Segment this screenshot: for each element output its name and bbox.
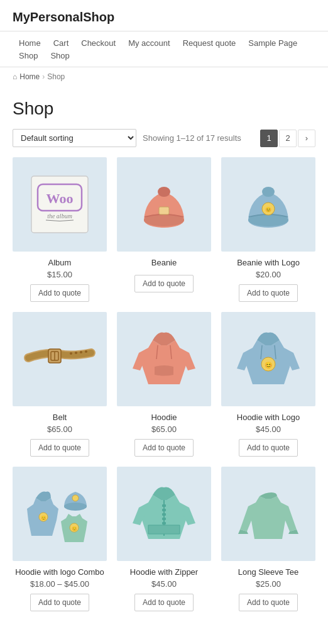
hoodie-illustration [126,321,202,397]
svg-text:the album: the album [47,213,72,219]
hoodie-zipper-illustration [126,476,202,552]
svg-point-30 [72,495,79,501]
svg-text:😊: 😊 [72,526,77,531]
product-name-long-sleeve-tee: Long Sleeve Tee [238,567,299,577]
page-1-btn[interactable]: 1 [260,130,278,147]
svg-text:😊: 😊 [265,361,273,369]
hoodie-logo-illustration: 😊 [231,321,306,397]
add-to-quote-long-sleeve-tee[interactable]: Add to quote [239,594,298,611]
add-to-quote-beanie-logo[interactable]: Add to quote [239,284,298,302]
product-card-belt: Belt $65.00 Add to quote [13,312,107,457]
product-grid: Woo the album Album $15.00 Add to quote [13,157,315,611]
product-image-beanie-logo[interactable]: 😊 [221,157,315,252]
shop-toolbar: Default sorting Sort by popularity Sort … [13,129,315,147]
svg-text:Woo: Woo [46,191,74,206]
nav-shop-1[interactable]: Shop [13,48,44,63]
page-title: Shop [13,99,315,119]
svg-text:😊: 😊 [265,206,271,213]
nav-checkout[interactable]: Checkout [75,36,122,50]
svg-rect-35 [162,509,166,511]
svg-point-18 [80,351,82,353]
product-image-hoodie-logo-combo[interactable]: 😊 😊 [13,467,107,561]
site-header: MyPersonalShop [0,0,328,31]
svg-rect-36 [162,513,166,516]
svg-point-29 [64,502,87,510]
product-name-beanie: Beanie [151,258,177,267]
add-to-quote-hoodie-logo[interactable]: Add to quote [239,439,298,457]
add-to-quote-album[interactable]: Add to quote [30,284,89,302]
nav-request-quote[interactable]: Request quote [177,36,243,50]
add-to-quote-belt[interactable]: Add to quote [30,439,89,457]
svg-rect-37 [162,518,166,520]
pagination: 1 2 › [260,130,315,147]
product-price-hoodie-logo: $45.00 [256,425,281,434]
product-card-long-sleeve-tee: Long Sleeve Tee $25.00 Add to quote [221,467,315,611]
product-price-long-sleeve-tee: $25.00 [256,579,281,589]
home-icon: ⌂ [13,72,17,81]
add-to-quote-hoodie-zipper[interactable]: Add to quote [134,594,194,611]
svg-point-6 [158,187,170,197]
product-name-hoodie-logo-combo: Hoodie with logo Combo [15,567,104,577]
product-card-beanie-logo: 😊 Beanie with Logo $20.00 Add to quote [221,157,315,302]
product-image-hoodie-zipper[interactable] [117,467,211,561]
sort-select[interactable]: Default sorting Sort by popularity Sort … [13,129,136,147]
product-image-beanie[interactable] [117,157,211,252]
svg-point-19 [85,350,87,353]
svg-point-16 [70,352,72,355]
product-price-album: $15.00 [47,270,72,279]
product-card-hoodie-logo: 😊 Hoodie with Logo $45.00 Add to quote [221,312,315,457]
product-card-beanie: Beanie Add to quote [117,157,211,302]
product-price-belt: $65.00 [47,425,72,434]
product-name-hoodie-zipper: Hoodie with Zipper [130,567,198,577]
product-price-hoodie-logo-combo: $18.00 – $45.00 [30,579,89,589]
product-price-beanie-logo: $20.00 [256,270,281,279]
svg-rect-38 [162,522,166,525]
main-content: Shop Default sorting Sort by popularity … [0,86,328,630]
product-card-hoodie-logo-combo: 😊 😊 Hoodie with logo Combo $18.00 – $45.… [13,467,107,611]
product-image-hoodie[interactable] [117,312,211,406]
product-card-album: Woo the album Album $15.00 Add to quote [13,157,107,302]
product-name-hoodie: Hoodie [151,413,177,422]
page-2-btn[interactable]: 2 [279,130,297,147]
svg-rect-7 [159,207,169,214]
long-sleeve-tee-illustration [231,476,306,552]
beanie-illustration [126,167,202,242]
product-price-hoodie-zipper: $45.00 [151,579,177,589]
svg-point-10 [262,187,275,197]
product-image-long-sleeve-tee[interactable] [221,467,315,561]
product-image-album[interactable]: Woo the album [13,157,107,252]
product-name-hoodie-logo: Hoodie with Logo [237,413,300,422]
nav-my-account[interactable]: My account [122,36,176,50]
beanie-logo-illustration: 😊 [231,167,306,242]
site-nav: Home Cart Checkout My account Request qu… [0,31,328,67]
nav-shop-2[interactable]: Shop [44,48,75,63]
product-image-hoodie-logo[interactable]: 😊 [221,312,315,406]
svg-point-17 [75,352,77,354]
svg-text:😊: 😊 [41,515,46,521]
nav-sample-page[interactable]: Sample Page [242,36,303,50]
product-card-hoodie: Hoodie $65.00 Add to quote [117,312,211,457]
belt-illustration [22,321,97,397]
add-to-quote-beanie[interactable]: Add to quote [134,275,194,292]
add-to-quote-hoodie-logo-combo[interactable]: Add to quote [30,594,89,611]
add-to-quote-hoodie[interactable]: Add to quote [134,439,194,457]
breadcrumb-separator: › [42,72,45,81]
site-title: MyPersonalShop [13,10,315,25]
result-count: Showing 1–12 of 17 results [143,133,260,143]
breadcrumb-home[interactable]: Home [19,72,40,81]
product-name-belt: Belt [53,413,67,422]
product-card-hoodie-zipper: Hoodie with Zipper $45.00 Add to quote [117,467,211,611]
svg-rect-34 [162,504,166,507]
product-image-belt[interactable] [13,312,107,406]
album-illustration: Woo the album [22,167,97,242]
page-next-btn[interactable]: › [298,130,315,147]
hoodie-logo-combo-illustration: 😊 😊 [22,476,97,552]
product-price-hoodie: $65.00 [151,425,177,434]
product-name-album: Album [48,258,72,267]
breadcrumb-current: Shop [47,72,65,81]
product-name-beanie-logo: Beanie with Logo [237,258,300,267]
breadcrumb: ⌂ Home › Shop [0,67,328,86]
